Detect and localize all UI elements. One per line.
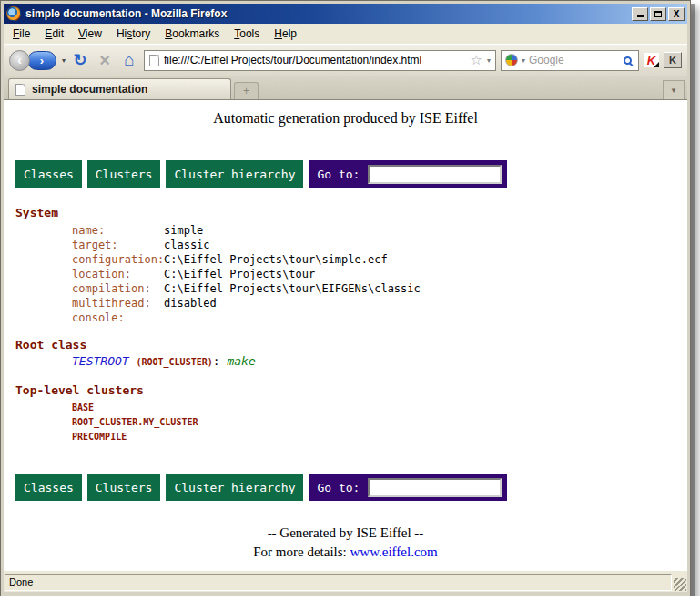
system-row-name: name: simple — [72, 223, 675, 238]
page-title: Automatic generation produced by ISE Eif… — [15, 110, 675, 127]
system-row-compilation: compilation: C:\Eiffel Projects\tour\EIF… — [72, 281, 675, 296]
menu-help[interactable]: Help — [267, 25, 304, 43]
goto-label: Go to: — [317, 168, 360, 181]
tab-favicon — [15, 84, 25, 96]
generated-by-text: -- Generated by ISE Eiffel -- — [15, 524, 675, 543]
page-footer: -- Generated by ISE Eiffel -- For more d… — [15, 524, 675, 562]
cluster-hierarchy-button[interactable]: Cluster hierarchy — [166, 160, 303, 188]
top-level-clusters-section: Top-level clusters BASE ROOT_CLUSTER.MY_… — [15, 383, 675, 444]
goto-input-bottom[interactable] — [368, 478, 502, 497]
status-text: Done — [9, 576, 33, 587]
root-class-line: TESTROOT (ROOT_CLUSTER): make — [72, 354, 675, 370]
system-row-configuration: configuration: C:\Eiffel Projects\tour\s… — [72, 252, 675, 267]
history-dropdown-icon[interactable]: ▾ — [62, 56, 66, 65]
clusters-button-bottom[interactable]: Clusters — [87, 474, 161, 501]
new-tab-button[interactable]: + — [234, 82, 259, 99]
search-engine-dropdown-icon[interactable]: ▾ — [522, 56, 525, 65]
resize-grip-icon[interactable] — [674, 578, 686, 591]
menu-bar: File Edit View History Bookmarks Tools H… — [4, 24, 687, 44]
forward-arrow-icon: › — [40, 54, 44, 67]
browser-window: simple documentation - Mozilla Firefox X… — [0, 0, 691, 596]
top-level-clusters-heading: Top-level clusters — [15, 383, 675, 398]
search-box[interactable]: ▾ Google — [501, 50, 639, 71]
list-all-tabs-button[interactable]: ▾ — [663, 80, 685, 99]
bottom-nav-row: Classes Clusters Cluster hierarchy Go to… — [15, 474, 675, 501]
menu-view[interactable]: View — [71, 25, 109, 43]
url-dropdown-icon[interactable]: ▾ — [487, 56, 491, 65]
search-placeholder[interactable]: Google — [529, 54, 620, 66]
back-button[interactable]: ‹ — [9, 50, 30, 71]
close-button[interactable]: X — [668, 7, 685, 21]
goto-input-top[interactable] — [368, 165, 502, 184]
google-logo-icon[interactable] — [505, 54, 518, 66]
forward-button[interactable]: › — [27, 51, 56, 70]
goto-box-bottom: Go to: — [309, 474, 507, 501]
search-magnifier-icon[interactable] — [624, 56, 632, 65]
minimize-button[interactable] — [632, 7, 648, 21]
k-toolbar-button[interactable]: K — [664, 52, 682, 68]
title-bar: simple documentation - Mozilla Firefox X — [4, 4, 687, 24]
window-title: simple documentation - Mozilla Firefox — [25, 7, 630, 20]
back-arrow-icon: ‹ — [17, 53, 22, 67]
menu-edit[interactable]: Edit — [37, 25, 71, 43]
page-favicon — [149, 55, 159, 66]
maximize-button[interactable] — [650, 7, 666, 21]
page-content: Automatic generation produced by ISE Eif… — [4, 100, 687, 571]
bookmark-star-icon[interactable]: ☆ — [471, 52, 482, 68]
cluster-hierarchy-button-bottom[interactable]: Cluster hierarchy — [166, 474, 303, 501]
clusters-button[interactable]: Clusters — [87, 160, 161, 188]
classes-button[interactable]: Classes — [15, 160, 82, 188]
system-section: System name: simple target: classic conf… — [15, 206, 675, 325]
menu-file[interactable]: File — [5, 25, 37, 43]
status-text-field: Done — [5, 574, 672, 591]
tab-label: simple documentation — [32, 83, 147, 96]
creation-procedure-link[interactable]: make — [227, 354, 255, 368]
reload-icon[interactable]: ↻ — [70, 50, 90, 70]
system-row-console: console: — [72, 311, 675, 325]
root-cluster-ref: (ROOT_CLUSTER) — [136, 357, 212, 367]
cluster-link-root-cluster-my-cluster[interactable]: ROOT_CLUSTER.MY_CLUSTER — [72, 415, 675, 430]
root-class-link[interactable]: TESTROOT — [72, 354, 129, 368]
tab-strip: simple documentation + ▾ — [4, 76, 687, 100]
system-row-location: location: C:\Eiffel Projects\tour — [72, 267, 675, 281]
system-row-target: target: classic — [72, 238, 675, 252]
more-details-line: For more details: www.eiffel.com — [15, 543, 675, 562]
kaspersky-icon[interactable]: K — [644, 53, 659, 67]
system-heading: System — [15, 206, 675, 220]
tab-simple-documentation[interactable]: simple documentation — [8, 78, 231, 99]
cluster-link-precompile[interactable]: PRECOMPILE — [72, 430, 675, 444]
minimize-icon — [637, 15, 644, 17]
status-bar: Done — [4, 571, 687, 592]
goto-label-bottom: Go to: — [317, 481, 360, 494]
eiffel-com-link[interactable]: www.eiffel.com — [350, 545, 438, 559]
classes-button-bottom[interactable]: Classes — [15, 474, 82, 501]
top-nav-row: Classes Clusters Cluster hierarchy Go to… — [15, 160, 675, 188]
maximize-icon — [654, 11, 662, 17]
menu-bookmarks[interactable]: Bookmarks — [157, 25, 227, 43]
stop-icon[interactable]: × — [95, 51, 115, 69]
menu-tools[interactable]: Tools — [227, 25, 267, 43]
firefox-icon[interactable] — [6, 6, 21, 21]
root-class-heading: Root class — [15, 338, 675, 352]
url-text[interactable]: file:///C:/Eiffel Projects/tour/Document… — [164, 54, 466, 66]
goto-box: Go to: — [309, 160, 507, 188]
menu-history[interactable]: History — [109, 25, 157, 43]
close-icon: X — [674, 9, 680, 19]
root-class-section: Root class TESTROOT (ROOT_CLUSTER): make — [15, 338, 675, 370]
system-row-multithread: multithread: disabled — [72, 296, 675, 311]
cluster-link-base[interactable]: BASE — [72, 401, 675, 415]
address-bar[interactable]: file:///C:/Eiffel Projects/tour/Document… — [144, 50, 496, 71]
root-class-separator: : — [213, 354, 220, 368]
home-icon[interactable]: ⌂ — [119, 50, 139, 70]
navigation-toolbar: ‹ › ▾ ↻ × ⌂ file:///C:/Eiffel Projects/t… — [4, 44, 687, 76]
